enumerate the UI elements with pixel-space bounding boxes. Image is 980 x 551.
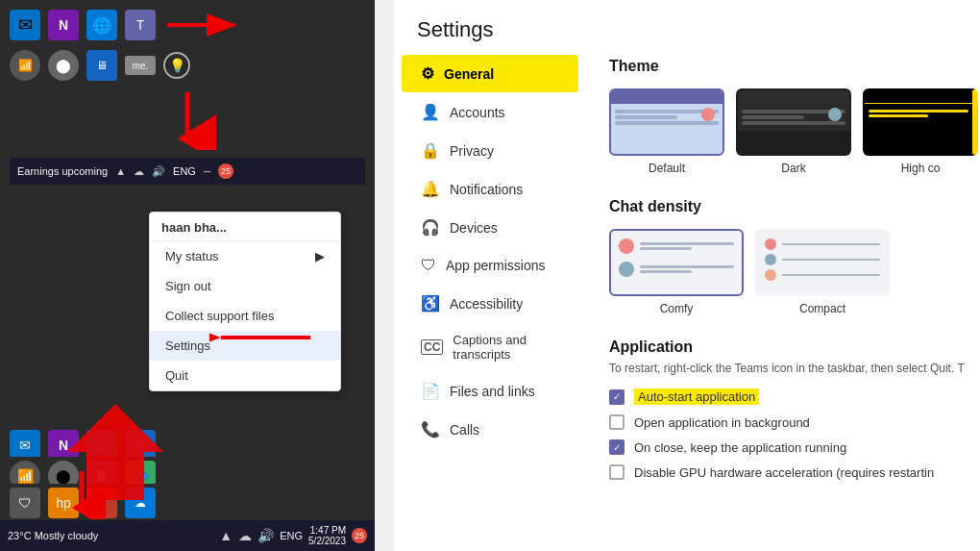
time-text: 1:47 PM — [308, 525, 346, 536]
bottom-taskbar: 23°C Mostly cloudy ▲ ☁ 🔊 ENG 1:47 PM 5/2… — [0, 520, 375, 551]
red-arrow-right — [167, 8, 244, 42]
theme-high-label: High co — [863, 162, 978, 175]
density-compact-label: Compact — [755, 302, 890, 315]
my-status-item[interactable]: My status ▶ — [150, 241, 340, 271]
notification-badge-1: 25 — [218, 163, 233, 179]
checkbox-auto-start[interactable]: Auto-start application — [609, 388, 978, 405]
settings-layout: ⚙ General 👤 Accounts 🔒 Privacy 🔔 Notific… — [394, 54, 980, 509]
captions-icon: CC — [421, 339, 443, 355]
checkbox-open-bg[interactable]: Open application in background — [609, 414, 978, 430]
checkbox-keep-running-label: On close, keep the application running — [634, 440, 846, 455]
teams-icon[interactable]: T — [125, 10, 156, 40]
svg-marker-9 — [67, 404, 163, 500]
checkbox-open-bg-box[interactable] — [609, 414, 625, 430]
arrow-down-area-1 — [10, 92, 365, 150]
accessibility-icon: ♿ — [421, 294, 440, 313]
onenote-icon[interactable]: N — [48, 10, 79, 40]
nav-label-files: Files and links — [450, 384, 535, 399]
nav-item-files[interactable]: 📄 Files and links — [402, 372, 578, 410]
settings-nav: ⚙ General 👤 Accounts 🔒 Privacy 🔔 Notific… — [394, 54, 586, 509]
context-menu: haan bha... My status ▶ Sign out Collect… — [149, 212, 341, 391]
app-permissions-icon: 🛡 — [421, 257, 436, 274]
sign-out-item[interactable]: Sign out — [150, 271, 340, 301]
nav-item-notifications[interactable]: 🔔 Notifications — [402, 170, 578, 208]
devices-icon: 🎧 — [421, 218, 440, 237]
density-options: Comfy — [609, 229, 978, 315]
notification-badge-2: 25 — [352, 528, 367, 543]
nav-label-devices: Devices — [450, 220, 498, 236]
quit-item[interactable]: Quit — [150, 361, 340, 390]
checkbox-disable-gpu[interactable]: Disable GPU hardware acceleration (requi… — [609, 464, 978, 480]
nav-label-accounts: Accounts — [450, 105, 505, 120]
nav-label-accessibility: Accessibility — [450, 296, 523, 312]
checkbox-disable-gpu-box[interactable] — [609, 464, 625, 480]
lang-label: ENG — [173, 165, 196, 177]
taskbar-top: ✉ N 🌐 T 📶 ⬤ 🖥 me. 💡 — [0, 0, 375, 192]
general-icon: ⚙ — [421, 64, 434, 83]
temp-text: 23°C Mostly cloudy — [8, 530, 98, 541]
chat-density-section-title: Chat density — [609, 198, 978, 215]
lang-2: ENG — [280, 530, 303, 541]
arrow-left-settings — [209, 323, 315, 355]
nav-item-captions[interactable]: CC Captions and transcripts — [402, 323, 578, 371]
nav-item-calls[interactable]: 📞 Calls — [402, 411, 578, 448]
theme-section-title: Theme — [609, 58, 978, 75]
density-compact[interactable]: Compact — [755, 229, 890, 315]
nav-item-accounts[interactable]: 👤 Accounts — [402, 93, 578, 131]
nav-label-app-permissions: App permissions — [446, 258, 546, 273]
nav-label-captions: Captions and transcripts — [453, 333, 559, 362]
app-icons-row-1: ✉ N 🌐 T — [10, 8, 365, 42]
nav-item-privacy[interactable]: 🔒 Privacy — [402, 132, 578, 169]
checkbox-keep-running-box[interactable] — [609, 439, 625, 455]
theme-high[interactable]: High co — [863, 88, 978, 175]
earnings-banner: Earnings upcoming ▲ ☁ 🔊 ENG ─ 25 — [10, 158, 365, 185]
theme-dark-label: Dark — [736, 162, 851, 175]
nav-label-privacy: Privacy — [450, 143, 494, 159]
nav-item-accessibility[interactable]: ♿ Accessibility — [402, 285, 578, 322]
nav-label-calls: Calls — [450, 422, 479, 438]
settings-title: Settings — [394, 0, 980, 54]
theme-default[interactable]: Default — [609, 88, 724, 175]
accounts-icon: 👤 — [421, 103, 440, 121]
theme-options: Default Dark — [609, 88, 978, 175]
context-menu-header: haan bha... — [150, 213, 340, 241]
big-up-arrow — [58, 404, 173, 513]
application-section-title: Application — [609, 338, 978, 356]
app-icons-row-2: 📶 ⬤ 🖥 me. 💡 — [10, 50, 365, 81]
left-panel: ✉ N 🌐 T 📶 ⬤ 🖥 me. 💡 — [0, 0, 375, 551]
privacy-icon: 🔒 — [421, 141, 440, 160]
nav-label-notifications: Notifications — [450, 182, 523, 197]
nav-label-general: General — [444, 66, 494, 82]
calls-icon: 📞 — [421, 420, 440, 438]
settings-content: Theme Default — [586, 54, 980, 509]
files-icon: 📄 — [421, 382, 440, 400]
checkbox-auto-start-label: Auto-start application — [634, 388, 759, 405]
nav-item-app-permissions[interactable]: 🛡 App permissions — [402, 247, 578, 284]
nav-item-general[interactable]: ⚙ General — [402, 55, 578, 92]
edge-icon[interactable]: 🌐 — [86, 10, 117, 40]
checkbox-keep-running[interactable]: On close, keep the application running — [609, 439, 978, 455]
application-description: To restart, right-click the Teams icon i… — [609, 362, 978, 375]
notifications-icon: 🔔 — [421, 180, 440, 198]
density-comfy[interactable]: Comfy — [609, 229, 744, 315]
theme-default-label: Default — [609, 162, 724, 175]
nav-item-devices[interactable]: 🎧 Devices — [402, 209, 578, 246]
app-icons-row-5: 🛡 hp O ☁ — [0, 484, 375, 522]
earnings-text: Earnings upcoming — [17, 165, 108, 177]
density-comfy-label: Comfy — [609, 302, 744, 315]
date-text: 5/2/2023 — [308, 536, 346, 546]
theme-dark[interactable]: Dark — [736, 88, 851, 175]
checkbox-auto-start-box[interactable] — [609, 389, 625, 405]
checkbox-disable-gpu-label: Disable GPU hardware acceleration (requi… — [634, 465, 934, 480]
mail-icon[interactable]: ✉ — [10, 10, 40, 40]
settings-panel: Settings ⚙ General 👤 Accounts 🔒 Privacy … — [394, 0, 980, 551]
checkbox-open-bg-label: Open application in background — [634, 415, 810, 430]
